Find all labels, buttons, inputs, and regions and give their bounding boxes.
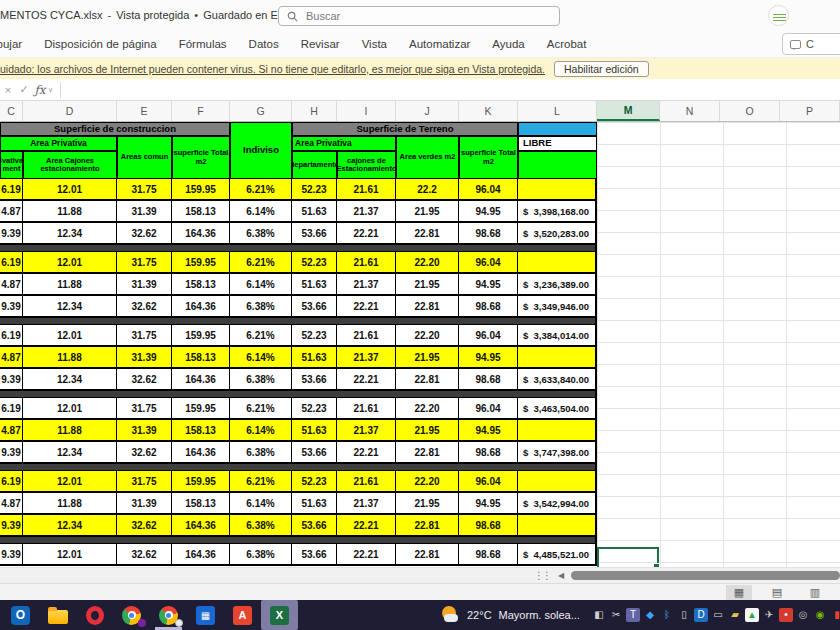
ribbon-tab-ibujar[interactable]: ibujar [0, 38, 22, 50]
grid-cell[interactable]: 6.19 [0, 252, 23, 272]
tray-extra-icon[interactable]: ▮ [830, 608, 840, 622]
grid-cell[interactable]: 31.39 [117, 201, 172, 221]
grid-cell[interactable]: 98.68 [459, 442, 518, 462]
grid-cell[interactable]: 12.01 [23, 544, 117, 564]
grid-cell[interactable]: 164.36 [172, 223, 230, 243]
grid-cell-price[interactable] [518, 252, 597, 272]
grid-cell[interactable]: 31.75 [117, 252, 172, 272]
grid-cell[interactable]: 159.95 [172, 325, 230, 345]
empty-cells-grid[interactable] [597, 122, 840, 567]
sheet-area[interactable]: Superficie de construccion Indiviso Supe… [0, 122, 840, 567]
grid-cell[interactable]: 96.04 [459, 398, 518, 418]
column-header-D[interactable]: D [23, 101, 117, 121]
grid-cell[interactable]: 22.21 [337, 515, 396, 535]
column-header-N[interactable]: N [660, 101, 720, 121]
column-header-M[interactable]: M [597, 101, 660, 121]
tray-device-icon[interactable]: ◧ [592, 608, 606, 622]
grid-cell[interactable]: 32.62 [117, 369, 172, 389]
tray-airplane-icon[interactable]: ✈ [762, 608, 776, 622]
grid-cell[interactable]: 164.36 [172, 296, 230, 316]
grid-cell[interactable]: 12.34 [23, 296, 117, 316]
grid-cell[interactable]: 21.61 [337, 325, 396, 345]
grid-cell[interactable]: 21.37 [337, 420, 396, 440]
tray-teams-icon[interactable]: T [626, 608, 640, 622]
grid-cell[interactable]: 6.21% [230, 252, 292, 272]
grid-cell[interactable]: 6.14% [230, 347, 292, 367]
grid-cell[interactable]: 4.87 [0, 201, 23, 221]
column-header-L[interactable]: L [518, 101, 597, 121]
grid-cell[interactable]: 6.14% [230, 201, 292, 221]
grid-cell[interactable]: 21.95 [396, 274, 459, 294]
grid-cell[interactable]: 12.34 [23, 223, 117, 243]
grid-cell[interactable]: 51.63 [292, 201, 337, 221]
chrome-alt-icon[interactable] [150, 600, 187, 630]
grid-cell[interactable]: 12.34 [23, 442, 117, 462]
column-header-G[interactable]: G [230, 101, 292, 121]
grid-cell[interactable]: 51.63 [292, 493, 337, 513]
grid-cell[interactable]: 6.38% [230, 296, 292, 316]
grid-cell[interactable]: 4.87 [0, 493, 23, 513]
grid-cell[interactable]: 12.01 [23, 252, 117, 272]
grid-cell-price[interactable]: $3,463,504.00 [518, 398, 597, 418]
grid-cell[interactable]: 31.75 [117, 471, 172, 491]
grid-cell-price[interactable]: $3,349,946.00 [518, 296, 597, 316]
grid-cell[interactable]: 22.21 [337, 296, 396, 316]
grid-cell[interactable]: 6.19 [0, 179, 23, 199]
user-avatar[interactable] [768, 5, 789, 26]
tray-keyboard-icon[interactable]: ▭ [711, 608, 725, 622]
grid-cell[interactable]: 31.75 [117, 179, 172, 199]
grid-cell[interactable]: 22.20 [396, 325, 459, 345]
grid-cell[interactable]: 32.62 [117, 442, 172, 462]
grid-cell[interactable]: 51.63 [292, 347, 337, 367]
grid-cell[interactable]: 164.36 [172, 369, 230, 389]
grid-cell[interactable]: 98.68 [459, 515, 518, 535]
grid-cell[interactable]: 96.04 [459, 179, 518, 199]
header-col-c-clipped[interactable]: ivativa ment [0, 151, 23, 179]
grid-cell[interactable]: 32.62 [117, 544, 172, 564]
grid-cell[interactable]: 22.21 [337, 223, 396, 243]
grid-cell[interactable]: 52.23 [292, 325, 337, 345]
grid-cell[interactable]: 11.88 [23, 493, 117, 513]
column-header-I[interactable]: I [337, 101, 396, 121]
grid-cell[interactable]: 51.63 [292, 420, 337, 440]
grid-cell[interactable]: 22.81 [396, 369, 459, 389]
grid-cell[interactable]: 22.81 [396, 442, 459, 462]
grid-cell[interactable]: 158.13 [172, 420, 230, 440]
ribbon-tab-f-rmulas[interactable]: Fórmulas [179, 38, 227, 50]
grid-cell[interactable]: 11.88 [23, 420, 117, 440]
grid-cell[interactable]: 159.95 [172, 471, 230, 491]
excel-icon[interactable]: X [261, 600, 298, 630]
grid-cell[interactable]: 12.01 [23, 325, 117, 345]
grid-cell[interactable]: 94.95 [459, 420, 518, 440]
column-header-P[interactable]: P [780, 101, 840, 121]
column-header-J[interactable]: J [396, 101, 459, 121]
grid-cell-price[interactable]: $3,236,389.00 [518, 274, 597, 294]
grid-cell[interactable]: 6.38% [230, 369, 292, 389]
grid-cell[interactable]: 53.66 [292, 369, 337, 389]
grid-cell[interactable]: 22.21 [337, 442, 396, 462]
store-app-icon[interactable]: ▦ [187, 600, 224, 630]
grid-cell[interactable]: 9.39 [0, 515, 23, 535]
column-header-K[interactable]: K [459, 101, 518, 121]
grid-cell[interactable]: 6.21% [230, 325, 292, 345]
grid-cell[interactable]: 31.39 [117, 347, 172, 367]
ribbon-tab-automatizar[interactable]: Automatizar [409, 38, 470, 50]
header-cajones-estacionamiento[interactable]: cajones de Estacionamiento [337, 151, 396, 179]
outlook-icon[interactable]: O [2, 600, 39, 630]
grid-cell[interactable]: 52.23 [292, 179, 337, 199]
column-header-O[interactable]: O [720, 101, 780, 121]
grid-cell[interactable]: 6.19 [0, 398, 23, 418]
grid-cell[interactable]: 12.01 [23, 398, 117, 418]
tray-edge-icon[interactable]: D [694, 608, 708, 622]
grid-cell-price[interactable]: $3,633,840.00 [518, 369, 597, 389]
chrome-icon[interactable] [113, 600, 150, 630]
tray-eye-icon[interactable]: ◎ [796, 608, 810, 622]
grid-cell[interactable]: 6.21% [230, 398, 292, 418]
enable-editing-button[interactable]: Habilitar edición [554, 61, 649, 77]
normal-view-icon[interactable]: ▦ [726, 585, 752, 600]
grid-cell[interactable]: 22.20 [396, 471, 459, 491]
header-libre-bottom[interactable] [518, 151, 597, 179]
grid-cell[interactable]: 11.88 [23, 274, 117, 294]
file-explorer-icon[interactable] [39, 600, 76, 630]
grid-cell[interactable]: 12.01 [23, 179, 117, 199]
